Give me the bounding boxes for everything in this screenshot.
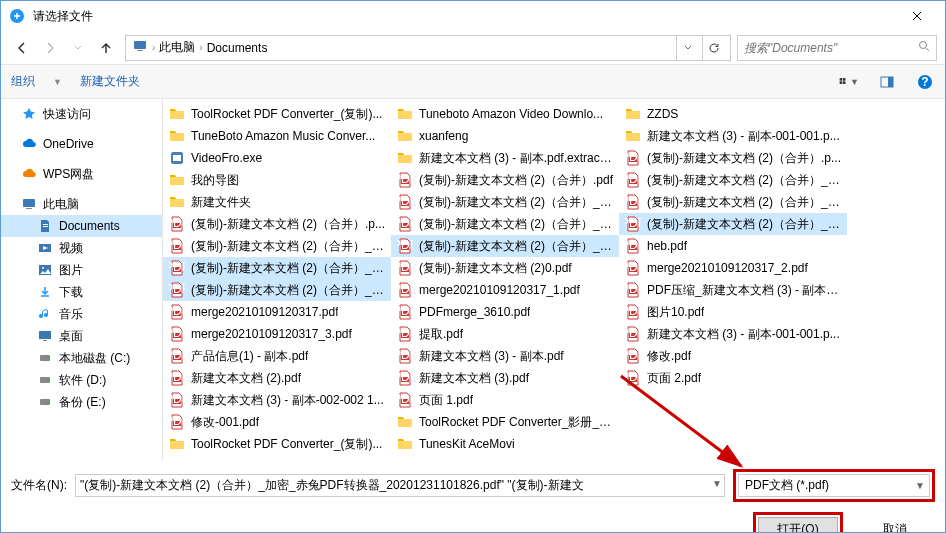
file-item[interactable]: PDF新建文本文档 (3) - 副本-001-001.p...	[619, 323, 847, 345]
app-icon	[9, 8, 25, 24]
file-item[interactable]: PDF(复制)-新建文本文档 (2)（合并）.pdf	[391, 169, 619, 191]
file-name: (复制)-新建文本文档 (2)（合并）.p...	[191, 216, 385, 233]
file-item[interactable]: ToolRocket PDF Converter_(复制)...	[163, 433, 391, 455]
pdf-icon: PDF	[397, 282, 413, 298]
file-name: 修改-001.pdf	[191, 414, 259, 431]
sidebar-item[interactable]: 此电脑	[1, 193, 162, 215]
sidebar-item[interactable]: 下载	[1, 281, 162, 303]
file-item[interactable]: PDF(复制)-新建文本文档 (2)（合并）_加...	[163, 235, 391, 257]
open-button[interactable]: 打开(O)	[758, 517, 838, 533]
file-name: (复制)-新建文本文档 (2)（合并）_加...	[647, 194, 841, 211]
pdf-icon: PDF	[397, 326, 413, 342]
pdf-icon: PDF	[625, 194, 641, 210]
chevron-down-icon[interactable]: ▼	[712, 478, 722, 489]
file-item[interactable]: PDF(复制)-新建文本文档 (2)（合并）_已...	[163, 279, 391, 301]
file-item[interactable]: PDF修改.pdf	[619, 345, 847, 367]
address-bar[interactable]: › 此电脑 › Documents	[125, 35, 731, 61]
breadcrumb-root[interactable]: 此电脑	[159, 39, 195, 56]
file-item[interactable]: PDF新建文本文档 (3) - 副本-002-002 1...	[163, 389, 391, 411]
filetype-combobox[interactable]: PDF文档 (*.pdf) ▼	[738, 474, 930, 497]
file-item[interactable]: PDF(复制)-新建文本文档 (2)（合并）.p...	[619, 147, 847, 169]
pdf-icon: PDF	[397, 370, 413, 386]
view-options-button[interactable]: ▼	[839, 72, 859, 92]
file-item[interactable]: PDF(复制)-新建文本文档 (2)（合并）_加...	[391, 213, 619, 235]
file-item[interactable]: PDFPDF压缩_新建文本文档 (3) - 副本_...	[619, 279, 847, 301]
address-dropdown[interactable]	[676, 36, 698, 60]
forward-button[interactable]	[37, 35, 63, 61]
cancel-button[interactable]: 取消	[855, 517, 935, 533]
file-item[interactable]: PDFPDFmerge_3610.pdf	[391, 301, 619, 323]
file-item[interactable]: ToolRocket PDF Converter_(复制)...	[163, 103, 391, 125]
file-item[interactable]: ToolRocket PDF Converter_影册_s...	[391, 411, 619, 433]
file-item[interactable]: Tuneboto Amazon Video Downlo...	[391, 103, 619, 125]
file-item[interactable]: TunesKit AceMovi	[391, 433, 619, 455]
file-item[interactable]: PDF(复制)-新建文本文档 (2)（合并）_加...	[619, 191, 847, 213]
file-item[interactable]: VideoFro.exe	[163, 147, 391, 169]
file-item[interactable]: PDFmerge20210109120317_2.pdf	[619, 257, 847, 279]
sidebar-item[interactable]: 备份 (E:)	[1, 391, 162, 413]
svg-text:PDF: PDF	[625, 216, 641, 230]
file-item[interactable]: PDF图片10.pdf	[619, 301, 847, 323]
file-item[interactable]: 新建文本文档 (3) - 副本-001-001.p...	[619, 125, 847, 147]
file-item[interactable]: PDF页面 1.pdf	[391, 389, 619, 411]
sidebar-item[interactable]: 音乐	[1, 303, 162, 325]
svg-text:PDF: PDF	[169, 414, 185, 428]
file-item[interactable]: PDF修改-001.pdf	[163, 411, 391, 433]
organize-menu[interactable]: 组织	[11, 73, 35, 90]
up-button[interactable]	[93, 35, 119, 61]
file-item[interactable]: PDF(复制)-新建文本文档 (2)0.pdf	[391, 257, 619, 279]
video-icon	[37, 240, 53, 256]
sidebar-item[interactable]: OneDrive	[1, 133, 162, 155]
search-box[interactable]	[737, 35, 937, 61]
file-item[interactable]: xuanfeng	[391, 125, 619, 147]
sidebar-item[interactable]: 快速访问	[1, 103, 162, 125]
disk-icon	[37, 394, 53, 410]
file-item[interactable]: PDF(复制)-新建文本文档 (2)（合并）_加...	[391, 235, 619, 257]
sidebar-item[interactable]: 图片	[1, 259, 162, 281]
new-folder-button[interactable]: 新建文件夹	[80, 73, 140, 90]
file-item[interactable]: 我的导图	[163, 169, 391, 191]
svg-text:PDF: PDF	[625, 348, 641, 362]
file-list: ToolRocket PDF Converter_(复制)...TuneBoto…	[163, 99, 945, 461]
file-item[interactable]: TuneBoto Amazon Music Conver...	[163, 125, 391, 147]
sidebar-item[interactable]: 桌面	[1, 325, 162, 347]
file-item[interactable]: 新建文本文档 (3) - 副本.pdf.extract...	[391, 147, 619, 169]
file-name: merge20210109120317.pdf	[191, 305, 338, 319]
preview-pane-button[interactable]	[877, 72, 897, 92]
file-item[interactable]: PDFmerge20210109120317.pdf	[163, 301, 391, 323]
sidebar-item[interactable]: WPS网盘	[1, 163, 162, 185]
file-item[interactable]: PDFmerge20210109120317_3.pdf	[163, 323, 391, 345]
refresh-button[interactable]	[702, 36, 724, 60]
file-item[interactable]: PDF新建文本文档 (3).pdf	[391, 367, 619, 389]
sidebar-item[interactable]: 视频	[1, 237, 162, 259]
breadcrumb-folder[interactable]: Documents	[207, 41, 268, 55]
file-item[interactable]: PDF新建文本文档 (2).pdf	[163, 367, 391, 389]
sidebar-item[interactable]: 软件 (D:)	[1, 369, 162, 391]
file-item[interactable]: PDF新建文本文档 (3) - 副本.pdf	[391, 345, 619, 367]
file-item[interactable]: PDF提取.pdf	[391, 323, 619, 345]
file-item[interactable]: 新建文件夹	[163, 191, 391, 213]
star-icon	[21, 106, 37, 122]
file-item[interactable]: ZZDS	[619, 103, 847, 125]
file-item[interactable]: PDF(复制)-新建文本文档 (2)（合并）_已...	[619, 213, 847, 235]
help-button[interactable]: ?	[915, 72, 935, 92]
file-item[interactable]: PDFheb.pdf	[619, 235, 847, 257]
file-item[interactable]: PDF产品信息(1) - 副本.pdf	[163, 345, 391, 367]
file-item[interactable]: PDF(复制)-新建文本文档 (2)（合并）_C...	[619, 169, 847, 191]
svg-point-22	[47, 357, 49, 359]
file-item[interactable]: PDF页面 2.pdf	[619, 367, 847, 389]
back-button[interactable]	[9, 35, 35, 61]
file-item[interactable]: PDF(复制)-新建文本文档 (2)（合并）_加...	[163, 257, 391, 279]
chevron-down-icon[interactable]: ▼	[915, 480, 925, 491]
close-button[interactable]	[897, 1, 937, 31]
filename-input[interactable]	[80, 475, 720, 496]
file-item[interactable]: PDFmerge20210109120317_1.pdf	[391, 279, 619, 301]
search-input[interactable]	[744, 41, 912, 55]
filename-combobox[interactable]: ▼	[75, 474, 725, 497]
search-icon[interactable]	[918, 40, 930, 55]
file-item[interactable]: PDF(复制)-新建文本文档 (2)（合并）_1...	[391, 191, 619, 213]
sidebar-item[interactable]: Documents	[1, 215, 162, 237]
sidebar-item[interactable]: 本地磁盘 (C:)	[1, 347, 162, 369]
recent-dropdown[interactable]	[65, 35, 91, 61]
file-item[interactable]: PDF(复制)-新建文本文档 (2)（合并）.p...	[163, 213, 391, 235]
